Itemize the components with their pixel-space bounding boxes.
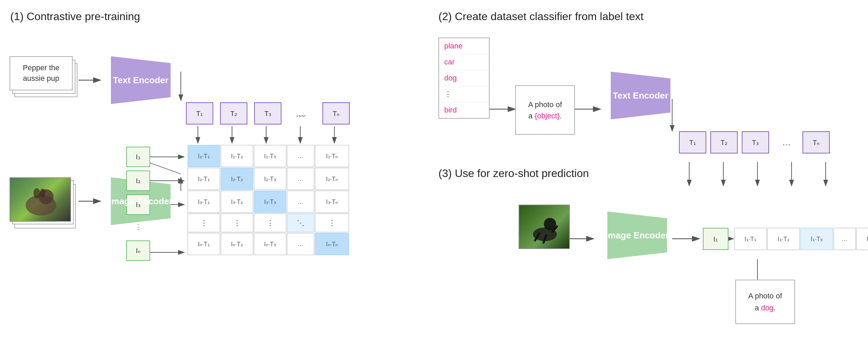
i2-label-left: I₂: [136, 177, 141, 185]
tn-label-left: Tₙ: [333, 109, 339, 118]
text-input-label: Pepper theaussie pup: [23, 63, 60, 84]
text-encoder-left-label: Text Encoder: [113, 75, 169, 86]
cell-1-1: I₁·T₁: [188, 145, 220, 167]
in-label-left: Iₙ: [136, 247, 141, 255]
tn-box-left: Tₙ: [322, 102, 350, 124]
i1-label-left: I₁: [136, 153, 141, 161]
t-dots-mid-left: …: [287, 102, 314, 124]
i1-label-right: I₁: [713, 235, 718, 243]
section3-title: (3) Use for zero-shot prediction: [438, 167, 589, 180]
t2-label-left: T₂: [230, 109, 237, 118]
cell-3-n: I₃·Tₙ: [315, 191, 349, 213]
cell-n-1: Iₙ·T₁: [188, 233, 220, 255]
t1-box-right: T₁: [679, 131, 706, 153]
image-encoder-left-label: Image Encoder: [109, 196, 172, 207]
svg-point-31: [33, 188, 40, 198]
cell-4-dots: ⋱: [287, 213, 314, 232]
cell-4-1: ⋮: [188, 213, 220, 232]
text-encoder-right: Text Encoder: [601, 68, 681, 123]
dog-image-right: [519, 205, 570, 249]
text-encoder-right-label: Text Encoder: [613, 90, 668, 101]
section1-title: (1) Contrastive pre-training: [10, 10, 140, 23]
cell-2-dots: …: [287, 168, 314, 190]
tn-box-right: Tₙ: [802, 131, 830, 153]
cell-3-3: I₃·T₃: [254, 191, 286, 213]
t3-box-left: T₃: [254, 102, 281, 124]
i1-box-left: I₁: [126, 147, 150, 167]
cell-2-n: I₂·Tₙ: [315, 168, 349, 190]
cell-r-1-dots: …: [834, 228, 856, 250]
t1-box-left: T₁: [186, 102, 213, 124]
cell-1-dots: …: [287, 145, 314, 167]
text-encoder-left: Text Encoder: [101, 53, 181, 107]
image-encoder-right-label: Image Encoder: [605, 230, 669, 241]
cell-1-3: I₁·T₃: [254, 145, 286, 167]
i1-box-right: I₁: [703, 228, 728, 250]
t-dots-right: …: [775, 131, 798, 153]
cell-1-2: I₁·T₂: [221, 145, 253, 167]
t2-box-left: T₂: [220, 102, 247, 124]
t1-label-left: T₁: [196, 109, 203, 118]
result-box: A photo ofa dog.: [735, 280, 795, 324]
svg-point-32: [40, 189, 45, 197]
cell-2-3: I₂·T₃: [254, 168, 286, 190]
cell-n-n: Iₙ·Tₙ: [315, 233, 349, 255]
cell-n-dots: …: [287, 233, 314, 255]
section2-title: (2) Create dataset classifier from label…: [438, 10, 643, 23]
label-dog: dog: [439, 70, 489, 86]
cell-3-1: I₃·T₁: [188, 191, 220, 213]
dog-image-left: [10, 177, 71, 222]
template-box: A photo ofa {object}.: [515, 85, 575, 135]
cell-r-1-2: I₁·T₂: [767, 228, 800, 250]
label-car: car: [439, 54, 489, 70]
cell-3-2: I₃·T₂: [221, 191, 253, 213]
result-text: A photo ofa dog.: [748, 290, 782, 314]
label-plane: plane: [439, 38, 489, 54]
cell-4-3: ⋮: [254, 213, 286, 232]
template-text: A photo ofa {object}.: [528, 99, 562, 121]
labels-list-box: plane car dog ⋮ bird: [438, 38, 490, 119]
in-box-left: Iₙ: [126, 240, 150, 261]
cell-2-1: I₂·T₁: [188, 168, 220, 190]
t2-box-right: T₂: [710, 131, 738, 153]
label-bird: bird: [439, 102, 489, 118]
diagram-container: (1) Contrastive pre-training Pepper thea…: [0, 0, 868, 339]
cell-2-2: I₂·T₂: [221, 168, 253, 190]
cell-r-1-1: I₁·T₁: [734, 228, 767, 250]
cell-4-2: ⋮: [221, 213, 253, 232]
cell-r-1-n: I₁·Tₙ: [856, 228, 868, 250]
cell-n-2: Iₙ·T₂: [221, 233, 253, 255]
text-input-box: Pepper theaussie pup: [10, 56, 73, 90]
cell-4-n: ⋮: [315, 213, 349, 232]
i2-box-left: I₂: [126, 171, 150, 191]
cell-r-1-3: I₁·T₃: [800, 228, 833, 250]
label-dots: ⋮: [439, 86, 489, 102]
t3-box-right: T₃: [742, 131, 769, 153]
t3-label-left: T₃: [264, 109, 271, 118]
i-dots-left: ⋮: [126, 218, 150, 235]
cell-1-n: I₁·Tₙ: [315, 145, 349, 167]
cell-3-dots: …: [287, 191, 314, 213]
cell-n-3: Iₙ·T₃: [254, 233, 286, 255]
image-encoder-right: Image Encoder: [597, 208, 677, 263]
